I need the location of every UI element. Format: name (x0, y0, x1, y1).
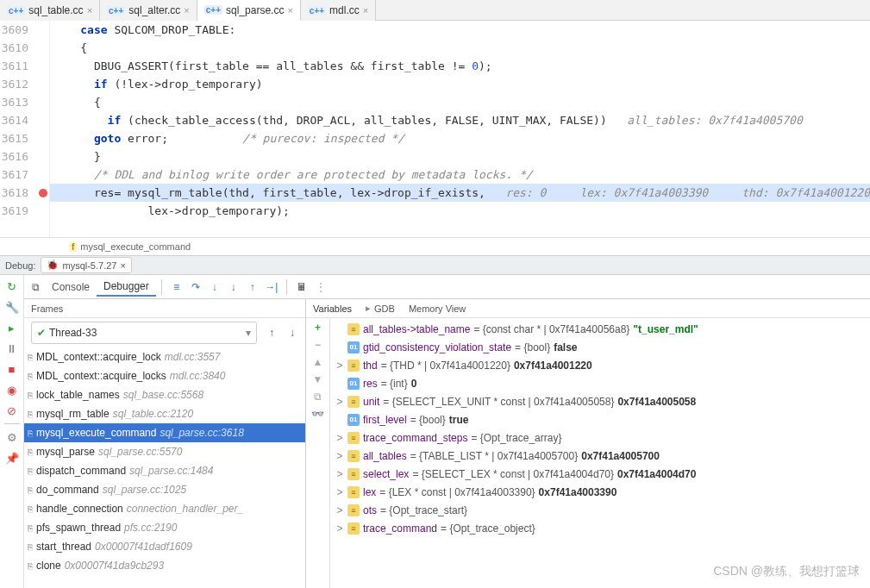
var-type-icon: ≡ (347, 522, 360, 535)
evaluate-icon[interactable]: 🖩 (292, 278, 311, 297)
var-name: all_tables->table_name (363, 323, 470, 335)
close-icon[interactable]: × (120, 260, 125, 271)
tab-memory-view[interactable]: Memory View (409, 303, 466, 314)
editor-tab[interactable]: c++sql_parse.cc× (197, 0, 301, 21)
next-frame-icon[interactable]: ↓ (283, 323, 302, 342)
view-breakpoints-icon[interactable]: ◉ (4, 382, 20, 397)
var-name: gtid_consistency_violation_state (363, 341, 511, 353)
variable-item[interactable]: 01res = {int} 0 (330, 374, 870, 392)
close-icon[interactable]: × (287, 5, 292, 16)
var-type-icon: ≡ (347, 486, 360, 498)
close-icon[interactable]: × (184, 5, 189, 16)
variable-item[interactable]: 01gtid_consistency_violation_state = {bo… (330, 338, 870, 356)
expand-icon[interactable]: > (335, 360, 344, 372)
variable-item[interactable]: >≡unit = {SELECT_LEX_UNIT * const | 0x7f… (330, 392, 870, 410)
run-to-cursor-icon[interactable]: →| (262, 278, 281, 297)
close-icon[interactable]: × (87, 5, 92, 16)
pin-icon[interactable]: 📌 (4, 450, 20, 466)
more-icon[interactable]: ⋮ (311, 278, 330, 297)
add-watch-icon[interactable]: + (315, 322, 321, 334)
mute-breakpoints-icon[interactable]: ⊘ (4, 403, 20, 418)
frame-item[interactable]: ⎘MDL_context::acquire_lock mdl.cc:3557 (24, 347, 305, 366)
frame-item[interactable]: ⎘mysql_rm_table sql_table.cc:2120 (24, 404, 305, 423)
tab-variables[interactable]: Variables (313, 303, 352, 314)
expand-icon[interactable]: > (335, 432, 344, 444)
step-into-icon[interactable]: ↓ (205, 278, 224, 297)
up-icon[interactable]: ▲ (313, 356, 323, 368)
pause-icon[interactable]: ⏸ (4, 341, 20, 356)
breadcrumb[interactable]: f mysql_execute_command (0, 237, 870, 256)
frame-item[interactable]: ⎘clone 0x00007f41da9cb293 (24, 556, 305, 575)
resume-icon[interactable]: ▸ (4, 320, 20, 335)
frame-icon: ⎘ (28, 428, 33, 438)
variable-item[interactable]: >≡all_tables = {TABLE_LIST * | 0x7f41a40… (330, 447, 870, 465)
close-icon[interactable]: × (363, 5, 368, 16)
step-over-icon[interactable]: ↷ (186, 278, 205, 297)
variable-item[interactable]: >≡thd = {THD * | 0x7f41a4001220} 0x7f41a… (330, 356, 870, 374)
tab-console[interactable]: Console (45, 278, 97, 296)
settings-icon[interactable]: ⚙ (4, 429, 20, 445)
prev-frame-icon[interactable]: ↑ (262, 323, 281, 342)
separator (286, 279, 287, 295)
var-value-bold: "t_user_mdl" (633, 323, 698, 335)
frame-item[interactable]: ⎘pfs_spawn_thread pfs.cc:2190 (24, 518, 305, 537)
frame-item[interactable]: ⎘lock_table_names sql_base.cc:5568 (24, 385, 305, 404)
var-value: = {int} (381, 378, 408, 390)
variable-item[interactable]: 01first_level = {bool} true (330, 410, 870, 428)
frame-name: pfs_spawn_thread (36, 522, 121, 534)
down-icon[interactable]: ▼ (313, 373, 323, 385)
copy-icon[interactable]: ⧉ (314, 391, 322, 403)
frame-icon: ⎘ (28, 523, 33, 533)
frame-item[interactable]: ⎘MDL_context::acquire_locks mdl.cc:3840 (24, 366, 305, 385)
editor-tab[interactable]: c++mdl.cc× (301, 0, 376, 21)
code-lines[interactable]: case SQLCOM_DROP_TABLE: { DBUG_ASSERT(fi… (50, 21, 870, 237)
variable-item[interactable]: ≡all_tables->table_name = {const char * … (330, 320, 870, 338)
thread-selector[interactable]: ✔Thread-33 ▾ (31, 322, 257, 344)
expand-icon[interactable]: > (335, 396, 344, 408)
force-step-into-icon[interactable]: ↓ (224, 278, 243, 297)
variable-list[interactable]: ≡all_tables->table_name = {const char * … (330, 318, 870, 588)
expand-icon[interactable]: > (335, 486, 344, 498)
variable-item[interactable]: >≡trace_command = {Opt_trace_object} (330, 519, 870, 537)
remove-watch-icon[interactable]: − (315, 339, 321, 351)
variable-item[interactable]: >≡select_lex = {SELECT_LEX * const | 0x7… (330, 465, 870, 483)
expand-icon[interactable]: > (335, 450, 344, 462)
show-execution-icon[interactable]: ≡ (167, 278, 186, 297)
frame-item[interactable]: ⎘mysql_parse sql_parse.cc:5570 (24, 442, 305, 461)
var-type-icon: 01 (347, 341, 360, 353)
variable-item[interactable]: >≡trace_command_steps = {Opt_trace_array… (330, 428, 870, 447)
tab-debugger[interactable]: Debugger (97, 278, 156, 297)
breakpoint-margin[interactable] (37, 21, 50, 237)
wrench-icon[interactable]: 🔧 (4, 299, 20, 315)
var-value-bold: 0x7f41a4005058 (617, 396, 696, 408)
frame-item[interactable]: ⎘start_thread 0x00007f41dadf1609 (24, 537, 305, 556)
var-name: trace_command_steps (363, 432, 467, 444)
glasses-icon[interactable]: 👓 (311, 408, 324, 420)
tab-gdb[interactable]: ▸GDB (366, 303, 395, 314)
var-name: trace_command (363, 522, 437, 535)
frame-item[interactable]: ⎘do_command sql_parse.cc:1025 (24, 480, 305, 499)
frame-list[interactable]: ⎘MDL_context::acquire_lock mdl.cc:3557⎘M… (24, 347, 305, 588)
frame-item[interactable]: ⎘handle_connection connection_handler_pe… (24, 499, 305, 518)
frame-item[interactable]: ⎘mysql_execute_command sql_parse.cc:3618 (24, 423, 305, 442)
variable-item[interactable]: >≡lex = {LEX * const | 0x7f41a4003390} 0… (330, 483, 870, 501)
stop-icon[interactable]: ■ (4, 361, 20, 377)
breakpoint-icon[interactable] (39, 189, 47, 197)
step-out-icon[interactable]: ↑ (243, 278, 262, 297)
rerun-icon[interactable]: ↻ (4, 278, 20, 294)
frame-item[interactable]: ⎘dispatch_command sql_parse.cc:1484 (24, 461, 305, 480)
expand-icon[interactable]: > (335, 504, 344, 516)
variable-item[interactable]: >≡ots = {Opt_trace_start} (330, 501, 870, 519)
code-editor[interactable]: 3609361036113612361336143615361636173618… (0, 21, 870, 237)
threads-icon[interactable]: ⧉ (26, 278, 45, 297)
editor-tab[interactable]: c++sql_alter.cc× (100, 0, 197, 21)
debug-session-tab[interactable]: 🐞 mysql-5.7.27 × (41, 257, 131, 273)
expand-icon[interactable]: > (335, 522, 344, 535)
frame-name: dispatch_command (36, 465, 126, 477)
expand-icon[interactable]: > (335, 468, 344, 480)
frame-location: sql_base.cc:5568 (123, 389, 203, 401)
frame-name: mysql_execute_command (36, 427, 156, 439)
var-name: all_tables (363, 450, 407, 462)
editor-tab[interactable]: c++sql_table.cc× (0, 0, 100, 21)
frame-name: lock_table_names (36, 389, 120, 401)
